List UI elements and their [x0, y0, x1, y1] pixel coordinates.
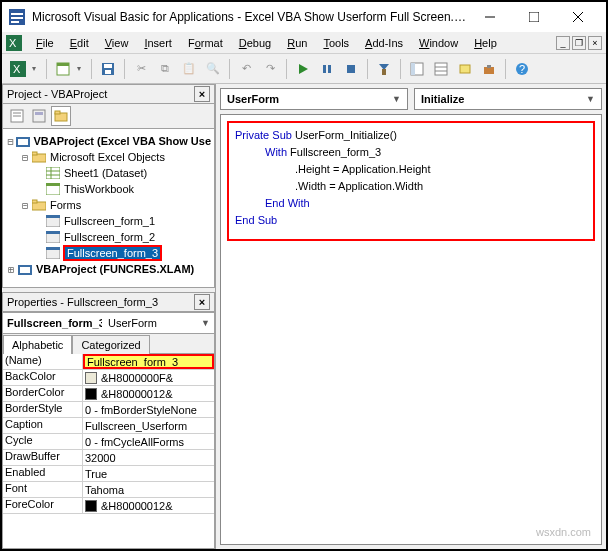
property-row[interactable]: BorderStyle0 - fmBorderStyleNone — [3, 402, 214, 418]
tab-categorized[interactable]: Categorized — [72, 335, 149, 354]
property-row[interactable]: ForeColor&H80000012& — [3, 498, 214, 514]
property-value[interactable]: True — [83, 466, 214, 481]
property-row[interactable]: DrawBuffer32000 — [3, 450, 214, 466]
minimize-button[interactable] — [468, 3, 512, 31]
find-icon[interactable]: 🔍 — [203, 59, 223, 79]
svg-rect-19 — [328, 65, 331, 73]
insert-module-icon[interactable] — [53, 59, 73, 79]
toggle-folders-icon[interactable] — [51, 106, 71, 126]
project-explorer-close-button[interactable]: × — [194, 86, 210, 102]
menu-view[interactable]: View — [99, 35, 135, 51]
excel-icon: X — [6, 35, 22, 51]
cut-icon[interactable]: ✂ — [131, 59, 151, 79]
property-value[interactable]: Fullscreen_form_3 — [83, 354, 214, 369]
view-excel-icon[interactable]: X — [8, 59, 28, 79]
property-value[interactable]: &H80000012& — [83, 498, 214, 513]
property-row[interactable]: BorderColor&H80000012& — [3, 386, 214, 402]
project-tree[interactable]: ⊟VBAProject (Excel VBA Show Use ⊟Microso… — [2, 128, 215, 288]
tree-folder-excel-objects[interactable]: ⊟Microsoft Excel Objects — [5, 149, 212, 165]
property-name: Enabled — [3, 466, 83, 481]
svg-rect-39 — [55, 111, 60, 114]
maximize-button[interactable] — [512, 3, 556, 31]
menu-edit[interactable]: Edit — [64, 35, 95, 51]
mdi-minimize-button[interactable]: _ — [556, 36, 570, 50]
mdi-close-button[interactable]: × — [588, 36, 602, 50]
tree-form-2[interactable]: Fullscreen_form_2 — [5, 229, 212, 245]
project-icon — [17, 262, 33, 276]
project-explorer-icon[interactable] — [407, 59, 427, 79]
app-icon — [8, 8, 26, 26]
color-swatch — [85, 388, 97, 400]
property-row[interactable]: BackColor&H8000000F& — [3, 370, 214, 386]
undo-icon[interactable]: ↶ — [236, 59, 256, 79]
property-value[interactable]: Tahoma — [83, 482, 214, 497]
copy-icon[interactable]: ⧉ — [155, 59, 175, 79]
menu-help[interactable]: Help — [468, 35, 503, 51]
tree-sheet1[interactable]: Sheet1 (Dataset) — [5, 165, 212, 181]
tree-thisworkbook[interactable]: ThisWorkbook — [5, 181, 212, 197]
menu-tools[interactable]: Tools — [317, 35, 355, 51]
object-browser-icon[interactable] — [455, 59, 475, 79]
tree-project-funcres[interactable]: ⊞VBAProject (FUNCRES.XLAM) — [5, 261, 212, 277]
property-row[interactable]: FontTahoma — [3, 482, 214, 498]
tab-alphabetic[interactable]: Alphabetic — [3, 335, 72, 354]
break-icon[interactable] — [317, 59, 337, 79]
svg-rect-16 — [105, 70, 111, 74]
tree-folder-forms[interactable]: ⊟Forms — [5, 197, 212, 213]
property-row[interactable]: EnabledTrue — [3, 466, 214, 482]
toolbox-icon[interactable] — [479, 59, 499, 79]
property-name: ForeColor — [3, 498, 83, 513]
window-titlebar: Microsoft Visual Basic for Applications … — [2, 2, 606, 32]
menu-window[interactable]: Window — [413, 35, 464, 51]
menu-addins[interactable]: Add-Ins — [359, 35, 409, 51]
workbook-icon — [45, 182, 61, 196]
property-value[interactable]: &H80000012& — [83, 386, 214, 401]
menu-file[interactable]: File — [30, 35, 60, 51]
properties-close-button[interactable]: × — [194, 294, 210, 310]
dropdown-icon[interactable]: ▼ — [201, 318, 210, 328]
property-value[interactable]: 0 - fmBorderStyleNone — [83, 402, 214, 417]
object-combo[interactable]: UserForm▼ — [220, 88, 408, 110]
menu-format[interactable]: Format — [182, 35, 229, 51]
left-pane: Project - VBAProject × ⊟VBAProject (Exce… — [2, 84, 216, 549]
svg-rect-13 — [57, 63, 69, 66]
color-swatch — [85, 500, 97, 512]
svg-rect-20 — [347, 65, 355, 73]
mdi-restore-button[interactable]: ❐ — [572, 36, 586, 50]
property-row[interactable]: Cycle0 - fmCycleAllForms — [3, 434, 214, 450]
svg-marker-17 — [299, 64, 308, 74]
reset-icon[interactable] — [341, 59, 361, 79]
save-icon[interactable] — [98, 59, 118, 79]
paste-icon[interactable]: 📋 — [179, 59, 199, 79]
tree-form-1[interactable]: Fullscreen_form_1 — [5, 213, 212, 229]
run-icon[interactable] — [293, 59, 313, 79]
color-swatch — [85, 372, 97, 384]
selected-object-type: UserForm — [108, 317, 201, 329]
redo-icon[interactable]: ↷ — [260, 59, 280, 79]
property-row[interactable]: (Name)Fullscreen_form_3 — [3, 354, 214, 370]
dropdown-icon[interactable]: ▾ — [32, 64, 40, 73]
property-value[interactable]: 32000 — [83, 450, 214, 465]
dropdown-icon[interactable]: ▾ — [77, 64, 85, 73]
property-value[interactable]: Fullscreen_Userform — [83, 418, 214, 433]
code-editor[interactable]: Private Sub UserForm_Initialize() With F… — [220, 114, 602, 545]
svg-rect-51 — [32, 200, 37, 203]
properties-grid[interactable]: (Name)Fullscreen_form_3BackColor&H800000… — [2, 353, 215, 549]
design-mode-icon[interactable] — [374, 59, 394, 79]
view-object-icon[interactable] — [29, 106, 49, 126]
menu-debug[interactable]: Debug — [233, 35, 277, 51]
property-row[interactable]: CaptionFullscreen_Userform — [3, 418, 214, 434]
menu-run[interactable]: Run — [281, 35, 313, 51]
procedure-combo[interactable]: Initialize▼ — [414, 88, 602, 110]
view-code-icon[interactable] — [7, 106, 27, 126]
properties-window-icon[interactable] — [431, 59, 451, 79]
close-button[interactable] — [556, 3, 600, 31]
tree-form-3[interactable]: Fullscreen_form_3 — [5, 245, 212, 261]
tree-project-root[interactable]: ⊟VBAProject (Excel VBA Show Use — [5, 133, 212, 149]
menu-insert[interactable]: Insert — [138, 35, 178, 51]
property-value[interactable]: &H8000000F& — [83, 370, 214, 385]
help-icon[interactable]: ? — [512, 59, 532, 79]
property-value[interactable]: 0 - fmCycleAllForms — [83, 434, 214, 449]
menu-bar: X File Edit View Insert Format Debug Run… — [2, 32, 606, 54]
properties-object-selector[interactable]: Fullscreen_form_3 UserForm ▼ — [2, 312, 215, 334]
